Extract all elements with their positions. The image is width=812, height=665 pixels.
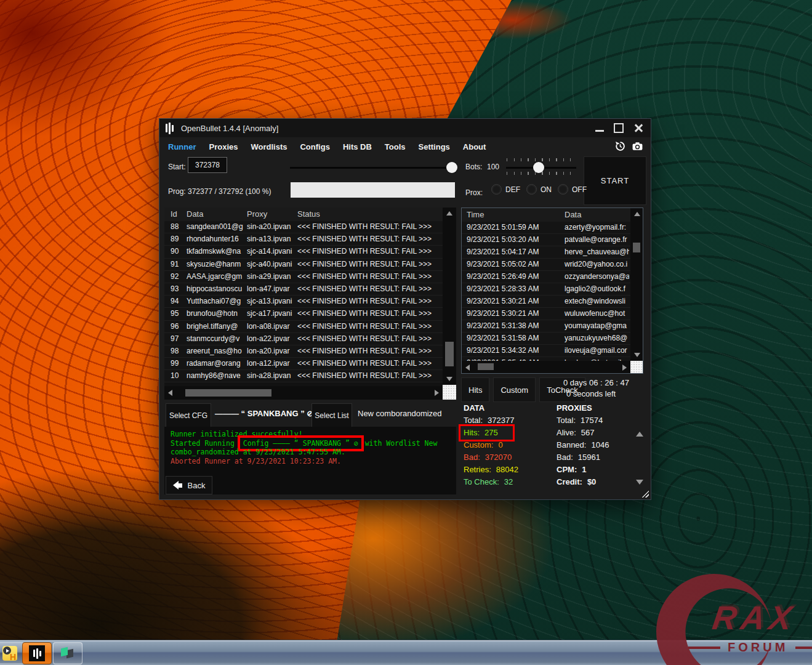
table-row[interactable]: 92 AASA.jgarc@gm sin-a29.ipvan <<< FINIS… [164, 271, 443, 283]
hits-table-header: Time Data [462, 208, 630, 222]
hits-horizontal-scrollbar[interactable] [462, 361, 630, 373]
select-cfg-button[interactable]: Select CFG [166, 403, 211, 427]
radio-circle-icon[interactable] [491, 184, 502, 195]
start-button[interactable]: START [584, 156, 646, 205]
close-button[interactable] [633, 123, 643, 133]
start-slider[interactable] [290, 167, 454, 169]
proxy-stats-header: PROXIES [557, 402, 609, 414]
col-header-id[interactable]: Id [171, 208, 185, 221]
table-row[interactable]: 96 brighel.tiffany@ lon-a08.ipvar <<< FI… [164, 321, 443, 333]
table-row[interactable]: 9/23/2021 5:31:38 AM youmayatap@gma [462, 320, 630, 332]
bots-label: Bots: [465, 163, 482, 171]
table-row[interactable]: 94 Yutthachai07@g sjc-a13.ipvani <<< FIN… [164, 296, 443, 308]
progress-bar-fill [291, 182, 455, 198]
scroll-left-icon[interactable] [168, 390, 172, 396]
start-label: Start: [168, 163, 186, 171]
scroll-up-icon[interactable] [446, 211, 452, 216]
log-scroll-up-icon[interactable] [636, 432, 643, 437]
proxy-credit: Credit:$0 [557, 476, 609, 488]
col-header-status[interactable]: Status [297, 208, 441, 221]
col-header-hitdata[interactable]: Data [565, 208, 629, 222]
menu-item[interactable]: Settings [419, 142, 450, 151]
scroll-up-icon[interactable] [634, 212, 640, 216]
table-row[interactable]: 9/23/2021 5:05:02 AM wrid20@yahoo.co.i [462, 259, 630, 271]
screenshot-camera-icon[interactable] [632, 140, 643, 152]
table-row[interactable]: 95 brunofou@hotn sjc-a17.ipvani <<< FINI… [164, 308, 443, 320]
scroll-left-icon[interactable] [465, 365, 470, 371]
window-resize-grip[interactable] [641, 490, 649, 498]
results-vscroll-thumb[interactable] [445, 342, 454, 366]
table-row[interactable]: 98 areerut_nas@ho lon-a20.ipvar <<< FINI… [164, 345, 443, 358]
radio-circle-icon[interactable] [558, 184, 568, 195]
table-row[interactable]: 10 namhy86@nave sin-a28.ipvan <<< FINISH… [164, 370, 443, 382]
scroll-right-icon[interactable] [435, 390, 439, 396]
start-position-input[interactable] [188, 157, 227, 173]
maximize-button[interactable] [614, 123, 624, 133]
proxy-mode-radio[interactable]: DEF [491, 184, 520, 195]
col-header-data[interactable]: Data [187, 208, 245, 221]
menu-item[interactable]: Configs [300, 142, 329, 151]
tab[interactable]: Custom [493, 377, 536, 402]
scrollbar-corner [630, 361, 643, 373]
tab[interactable]: Hits [461, 377, 489, 402]
remaining-time: 0 seconds left [566, 389, 616, 398]
scroll-right-icon[interactable] [622, 365, 627, 371]
table-row[interactable]: 9/23/2021 5:01:59 AM azerty@yopmail.fr: [462, 222, 630, 234]
prox-label: Prox: [465, 188, 483, 197]
results-horizontal-scrollbar[interactable] [164, 386, 443, 400]
start-slider-thumb[interactable] [446, 162, 457, 173]
log-line: Started Running Config ———— “ SPANKBANG … [171, 439, 456, 448]
table-row[interactable]: 97 stanmccurdy@v lon-a22.ipvar <<< FINIS… [164, 333, 443, 345]
table-row[interactable]: 88 sangdean001@g sin-a20.ipvan <<< FINIS… [164, 221, 443, 233]
menu-item[interactable]: About [463, 142, 486, 151]
table-row[interactable]: 9/23/2021 5:26:49 AM ozzyandersonya@a [462, 271, 630, 283]
proxy-mode-radio[interactable]: ON [526, 184, 552, 195]
menu-item[interactable]: Tools [385, 142, 406, 151]
scroll-down-icon[interactable] [634, 353, 640, 357]
menu-item[interactable]: Runner [168, 142, 196, 151]
radio-circle-icon[interactable] [526, 184, 537, 195]
hits-vscroll-thumb[interactable] [633, 243, 640, 252]
select-list-button[interactable]: Select List [312, 403, 352, 427]
results-vertical-scrollbar[interactable] [443, 208, 456, 385]
hits-hscroll-thumb[interactable] [478, 363, 494, 370]
crax-brand-text: RAX [710, 598, 799, 637]
history-clock-icon[interactable] [614, 140, 626, 152]
back-button[interactable]: Back [166, 476, 212, 494]
log-line: combo_randomized at 9/23/2021 5:47:55 AM… [171, 448, 456, 457]
table-row[interactable]: 9/23/2021 5:34:32 AM iloveuja@gmail.cor [462, 345, 630, 357]
log-scroll-down-icon[interactable] [636, 480, 643, 485]
hits-vertical-scrollbar[interactable] [630, 208, 643, 361]
table-row[interactable]: 89 rhondahunter16 sin-a13.ipvan <<< FINI… [164, 233, 443, 246]
table-row[interactable]: 99 radamar@orang lon-a12.ipvar <<< FINIS… [164, 358, 443, 370]
proxy-alive: Alive:567 [557, 427, 609, 439]
col-header-time[interactable]: Time [467, 208, 562, 222]
proxy-mode-radios: DEF ON OFF [491, 184, 587, 195]
results-hscroll-thumb[interactable] [185, 389, 271, 397]
openbullet-logo-icon [166, 123, 174, 134]
proxy-total: Total:17574 [557, 414, 609, 427]
menu-item[interactable]: Proxies [209, 142, 238, 151]
bots-slider[interactable] [506, 167, 576, 169]
taskbar-media-app-button[interactable]: H [0, 642, 25, 664]
proxy-mode-radio[interactable]: OFF [558, 184, 587, 195]
taskbar-openbullet-button[interactable] [22, 642, 52, 664]
table-row[interactable]: 90 tkfadmskwk@na sjc-a14.ipvani <<< FINI… [164, 246, 443, 258]
titlebar[interactable]: OpenBullet 1.4.4 [Anomaly] [159, 119, 651, 137]
table-row[interactable]: 9/23/2021 5:04:17 AM herve_chauveau@h [462, 246, 630, 259]
table-row[interactable]: 9/23/2021 5:31:58 AM yanuzukyuveh68@ [462, 332, 630, 345]
table-row[interactable]: 9/23/2021 5:30:21 AM extech@windowsli [462, 296, 630, 308]
table-row[interactable]: 9/23/2021 5:28:33 AM lgaglio2@outlook.f [462, 283, 630, 296]
col-header-proxy[interactable]: Proxy [247, 208, 295, 221]
scroll-down-icon[interactable] [446, 377, 452, 381]
menu-item[interactable]: Wordlists [251, 142, 287, 151]
taskbar-share-app-button[interactable] [53, 642, 82, 664]
minimize-button[interactable] [595, 130, 604, 132]
table-row[interactable]: 91 skysuzie@hanm sjc-a40.ipvani <<< FINI… [164, 259, 443, 271]
menu-item[interactable]: Hits DB [343, 142, 372, 151]
table-row[interactable]: 93 hippocastanoscu lon-a47.ipvar <<< FIN… [164, 283, 443, 296]
radio-label: DEF [505, 185, 520, 194]
table-row[interactable]: 9/23/2021 5:30:21 AM wuluwofenuc@hot [462, 308, 630, 320]
proxy-banned: Banned:1046 [557, 439, 609, 451]
table-row[interactable]: 9/23/2021 5:03:20 AM patvalle@orange.fr [462, 234, 630, 246]
